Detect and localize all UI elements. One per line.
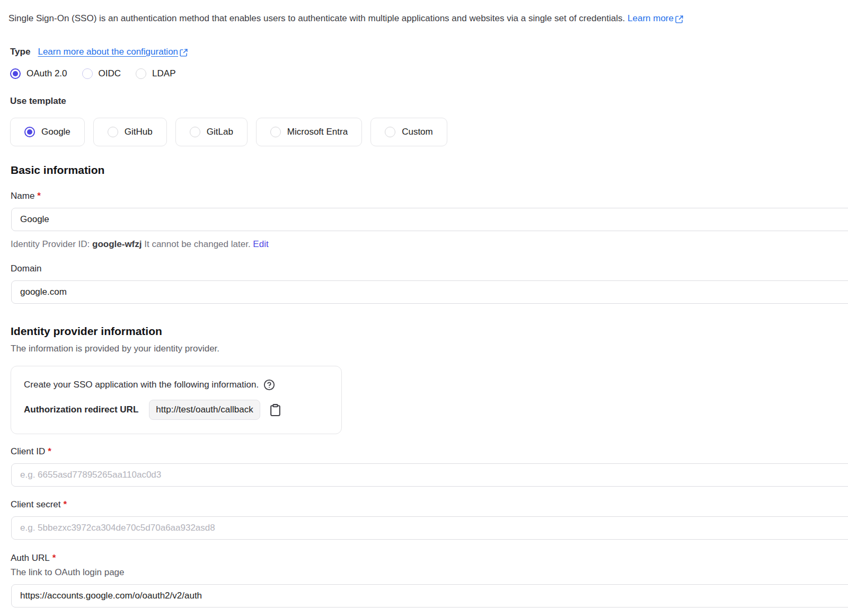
- required-asterisk: *: [37, 191, 41, 201]
- template-entra-label: Microsoft Entra: [287, 127, 348, 137]
- basic-information-heading: Basic information: [0, 164, 848, 177]
- redirect-url-value: http://test/oauth/callback: [149, 400, 260, 420]
- learn-more-label: Learn more: [628, 12, 674, 25]
- radio-oauth2-circle: [10, 68, 21, 79]
- name-input[interactable]: [11, 208, 848, 231]
- auth-url-label-text: Auth URL: [11, 553, 50, 564]
- provider-id-line: Identity Provider ID: google-wfzj It can…: [0, 239, 848, 250]
- radio-oidc-label: OIDC: [99, 68, 121, 79]
- provider-id-prefix: Identity Provider ID:: [11, 239, 90, 249]
- template-github-radio: [108, 127, 118, 137]
- use-template-label: Use template: [0, 96, 848, 107]
- configuration-doc-link-label: Learn more about the configuration: [38, 47, 178, 57]
- external-link-icon: [179, 48, 188, 57]
- template-gitlab-label: GitLab: [207, 127, 233, 137]
- callout-text: Create your SSO application with the fol…: [24, 380, 259, 390]
- template-google-label: Google: [41, 127, 70, 137]
- type-radio-group: OAuth 2.0 OIDC LDAP: [0, 68, 848, 79]
- edit-provider-id-link[interactable]: Edit: [253, 239, 268, 249]
- redirect-url-label: Authorization redirect URL: [24, 404, 138, 415]
- required-asterisk: *: [52, 553, 56, 564]
- auth-url-label: Auth URL *: [0, 553, 848, 564]
- radio-oidc-circle: [82, 68, 93, 79]
- radio-ldap-label: LDAP: [152, 68, 175, 79]
- auth-url-input[interactable]: [11, 584, 848, 608]
- sso-callout-box: Create your SSO application with the fol…: [11, 366, 342, 434]
- template-google-radio: [24, 127, 35, 137]
- template-card-group: Google GitHub GitLab Microsoft Entra Cus…: [0, 118, 848, 146]
- required-asterisk: *: [48, 446, 51, 457]
- template-github-label: GitHub: [125, 127, 153, 137]
- learn-more-link[interactable]: Learn more: [628, 12, 684, 25]
- provider-id-value: google-wfzj: [92, 239, 142, 249]
- sso-description: Single Sign-On (SSO) is an authenticatio…: [0, 12, 848, 25]
- client-secret-label: Client secret *: [0, 499, 848, 510]
- template-custom-radio: [385, 127, 395, 137]
- callout-text-row: Create your SSO application with the fol…: [24, 379, 329, 391]
- idp-information-subtitle: The information is provided by your iden…: [0, 344, 848, 354]
- domain-label-text: Domain: [11, 263, 42, 274]
- client-secret-input[interactable]: [11, 516, 848, 540]
- template-card-custom[interactable]: Custom: [370, 118, 447, 146]
- radio-ldap-circle: [136, 68, 146, 79]
- external-link-icon: [675, 15, 684, 24]
- configuration-doc-link[interactable]: Learn more about the configuration: [38, 47, 188, 57]
- required-asterisk: *: [63, 499, 67, 510]
- template-card-github[interactable]: GitHub: [93, 118, 167, 146]
- copy-icon[interactable]: [269, 403, 282, 417]
- radio-oauth2-label: OAuth 2.0: [26, 68, 67, 79]
- radio-ldap[interactable]: LDAP: [136, 68, 175, 79]
- domain-input[interactable]: [11, 280, 848, 304]
- client-secret-label-text: Client secret: [11, 499, 60, 510]
- type-section-header: Type Learn more about the configuration: [0, 47, 848, 57]
- client-id-label: Client ID *: [0, 446, 848, 457]
- client-id-label-text: Client ID: [11, 446, 45, 457]
- radio-oauth2[interactable]: OAuth 2.0: [10, 68, 67, 79]
- radio-oidc[interactable]: OIDC: [82, 68, 121, 79]
- client-id-input[interactable]: [11, 463, 848, 487]
- idp-information-heading: Identity provider information: [0, 325, 848, 338]
- redirect-url-row: Authorization redirect URL http://test/o…: [24, 400, 329, 420]
- help-icon[interactable]: [263, 379, 275, 391]
- template-card-microsoft-entra[interactable]: Microsoft Entra: [256, 118, 362, 146]
- auth-url-help: The link to OAuth login page: [0, 567, 848, 578]
- template-custom-label: Custom: [402, 127, 433, 137]
- template-gitlab-radio: [190, 127, 200, 137]
- provider-id-suffix: It cannot be changed later.: [144, 239, 250, 249]
- type-label: Type: [10, 47, 30, 57]
- sso-description-text: Single Sign-On (SSO) is an authenticatio…: [8, 13, 625, 23]
- template-card-gitlab[interactable]: GitLab: [175, 118, 248, 146]
- domain-label: Domain: [0, 263, 848, 274]
- name-label-text: Name: [11, 191, 34, 201]
- template-entra-radio: [270, 127, 281, 137]
- template-card-google[interactable]: Google: [10, 118, 85, 146]
- name-label: Name *: [0, 191, 848, 201]
